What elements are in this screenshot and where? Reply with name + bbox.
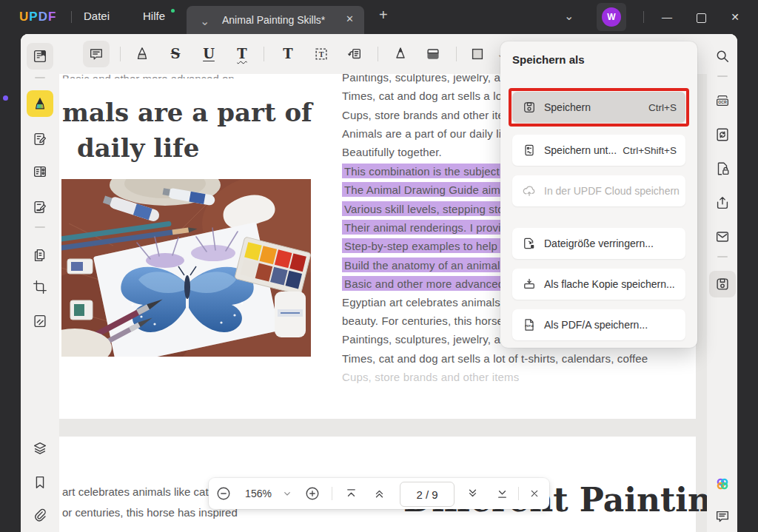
save-icon [714, 276, 731, 292]
document-tab[interactable]: ⌄ Animal Painting Skills* ✕ [187, 6, 364, 34]
callout-tool-button[interactable] [341, 41, 368, 67]
new-tab-button[interactable]: + [379, 7, 388, 24]
sidebar-divider [35, 226, 45, 228]
menu-item-pdfa[interactable]: Als PDF/A speichern... [512, 309, 685, 340]
previous-pages-button[interactable] [370, 487, 388, 501]
crop-tool-button[interactable] [27, 274, 53, 300]
highlighted-text: Build the anatomy of an animal. so [342, 257, 520, 272]
copy-pages-tool-button[interactable] [27, 242, 53, 269]
eraser-tool-button[interactable] [420, 41, 446, 67]
last-page-button[interactable] [493, 487, 511, 501]
ai-tool-button[interactable] [709, 471, 736, 497]
page-edit-tool-button[interactable] [27, 126, 53, 152]
add-text-icon: T [283, 47, 292, 61]
textbox-icon [313, 46, 329, 62]
ocr-tool-button[interactable] [709, 87, 736, 114]
chat-tool-button[interactable] [709, 503, 736, 530]
search-icon [714, 48, 731, 64]
menu-item-shortcut: Ctrl+S [648, 102, 677, 113]
maximize-button[interactable] [684, 0, 718, 34]
first-page-button[interactable] [342, 487, 360, 501]
next-pages-button[interactable] [463, 487, 481, 501]
menu-item-shortcut: Ctrl+Shift+S [623, 145, 677, 156]
share-tool-button[interactable] [709, 189, 736, 216]
paperclip-tool-button[interactable] [27, 502, 53, 528]
bookmark-tool-button[interactable] [27, 469, 53, 496]
squiggly-underline-icon: T [237, 47, 246, 61]
account-button[interactable]: W [597, 3, 626, 31]
layers-tool-button[interactable] [27, 435, 53, 462]
zoombar-divider [518, 487, 519, 500]
doc-heading-line: daily life [77, 133, 199, 163]
right-sidebar [707, 34, 737, 532]
indicator-dot [3, 95, 8, 101]
strikethrough-icon: S [171, 47, 181, 61]
zoom-level[interactable]: 156% [241, 488, 275, 499]
tab-close-icon[interactable]: ✕ [346, 13, 354, 24]
menu-item-save-as[interactable]: Speichern unt...Ctrl+Shift+S [512, 135, 685, 166]
logo-letter: F [48, 10, 56, 24]
page-number-input[interactable]: 2 / 9 [400, 482, 455, 507]
doc-text-line: The Animal Drawing Guide aims to [342, 183, 521, 196]
highlighter-icon [134, 46, 150, 62]
tab-list-chevron-icon[interactable]: ⌄ [200, 14, 209, 28]
sign-tool-button[interactable] [27, 194, 53, 220]
menu-item-flatten[interactable]: Als flache Kopie speichern... [512, 269, 685, 300]
close-zoombar-button[interactable] [526, 488, 543, 499]
menu-item-save[interactable]: SpeichernCtrl+S [512, 92, 685, 123]
ai-icon [714, 476, 731, 492]
menu-datei[interactable]: Datei [84, 10, 110, 22]
app-content: Basic and other more advanced on mals ar… [21, 34, 737, 532]
menu-item-compress[interactable]: Dateigröße verringern... [512, 228, 685, 259]
shape-rect-tool-button[interactable] [464, 41, 491, 67]
highlighted-text: Step-by-step examples to help read [342, 238, 526, 253]
save-tool-button[interactable] [709, 271, 736, 297]
doc-text-line: Their animal renderings. I provide [342, 220, 516, 233]
reader-tool-button[interactable] [27, 43, 53, 70]
titlebar-divider [643, 11, 644, 23]
pencil-tool-button[interactable] [387, 41, 414, 67]
sidebar-divider [717, 75, 728, 77]
titlebar-dropdown-icon[interactable]: ⌄ [564, 9, 574, 23]
watermark-tool-button[interactable] [27, 308, 53, 334]
callout-icon [346, 46, 363, 62]
doc-text-line: Beautifully together. [342, 146, 442, 158]
sidebar-divider [717, 256, 728, 257]
crop-icon [32, 279, 48, 295]
menu-item-label: Speichern [544, 101, 591, 113]
menu-hilfe[interactable]: Hilfe [143, 10, 165, 22]
minimize-button[interactable]: — [650, 0, 684, 34]
squiggly-underline-button[interactable]: T [229, 41, 255, 67]
ocr-icon [714, 92, 731, 109]
zoom-page-bar: 156% 2 / 9 [209, 478, 549, 509]
strikethrough-button[interactable]: S [162, 41, 189, 67]
organize-tool-button[interactable] [27, 158, 53, 185]
zoom-out-button[interactable] [215, 485, 232, 502]
mail-tool-button[interactable] [709, 223, 736, 250]
zoom-dropdown-icon[interactable] [280, 488, 295, 499]
underline-button[interactable]: U [195, 41, 222, 67]
highlighter-tool-button[interactable] [129, 41, 155, 67]
sidebar-divider [35, 77, 45, 78]
menu-item-label: Als flache Kopie speichern... [544, 278, 675, 290]
add-text-button[interactable]: T [275, 41, 301, 67]
search-tool-button[interactable] [709, 43, 736, 70]
menu-item-label: Speichern unt... [544, 144, 617, 156]
doc-text-line: This combination is the subject of [342, 165, 514, 178]
chat-icon [714, 508, 731, 525]
reader-icon [32, 48, 48, 64]
protect-tool-button[interactable] [709, 155, 736, 182]
save-icon [522, 100, 537, 115]
avatar: W [602, 7, 621, 27]
updf-app-window: UPDF Datei Hilfe ⌄ Animal Painting Skill… [0, 0, 758, 532]
page-edit-icon [32, 131, 48, 147]
toolbar-divider [378, 47, 378, 61]
annotate-tool-button[interactable] [27, 90, 53, 117]
comment-tool-button[interactable] [83, 41, 110, 67]
close-button[interactable]: ✕ [718, 0, 752, 34]
zoom-in-button[interactable] [303, 485, 321, 502]
doc-text-line: Paintings, sculptures, jewelry, and [342, 333, 513, 346]
textbox-tool-button[interactable] [308, 41, 335, 67]
convert-tool-button[interactable] [709, 121, 736, 148]
doc-text-line: Animals are a part of our daily life, [342, 127, 514, 140]
